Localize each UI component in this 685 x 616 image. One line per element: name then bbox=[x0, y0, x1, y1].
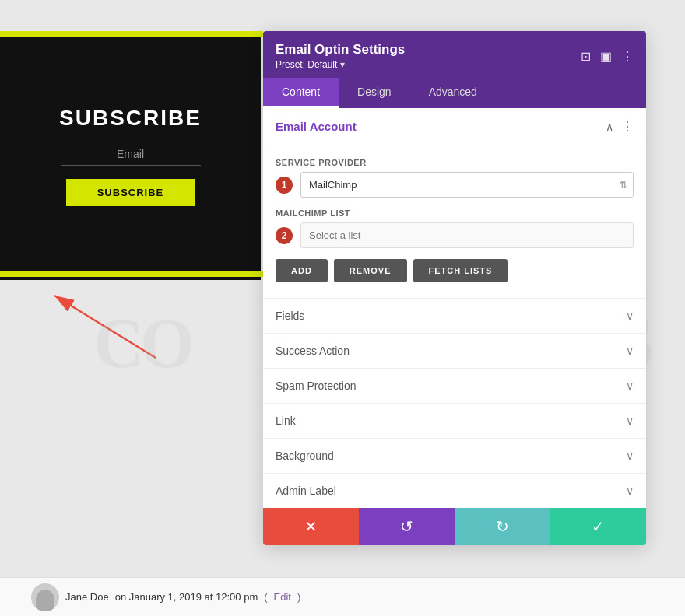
link-chevron-icon: ∨ bbox=[626, 415, 634, 427]
watermark-text: CO bbox=[93, 303, 191, 383]
columns-icon[interactable]: ▣ bbox=[600, 49, 612, 64]
tabs-bar: Content Design Advanced bbox=[263, 78, 646, 108]
more-icon[interactable]: ⋮ bbox=[621, 49, 634, 64]
spam-protection-chevron-icon: ∨ bbox=[626, 380, 634, 392]
panel-header-top: Email Optin Settings Preset: Default ▾ ⊡… bbox=[276, 42, 634, 70]
badge-2: 2 bbox=[276, 227, 293, 244]
success-action-label: Success Action bbox=[276, 345, 350, 357]
avatar bbox=[31, 583, 59, 611]
admin-label-section[interactable]: Admin Label ∨ bbox=[263, 473, 646, 508]
undo-icon: ↺ bbox=[400, 517, 413, 536]
footer-edit-link[interactable]: ( bbox=[264, 591, 267, 603]
link-section[interactable]: Link ∨ bbox=[263, 403, 646, 438]
mailchimp-list-row: 2 bbox=[276, 222, 634, 248]
subscribe-title: SUBSCRIBE bbox=[59, 106, 202, 131]
footer-author: Jane Doe bbox=[65, 591, 109, 603]
confirm-button[interactable]: ✓ bbox=[550, 508, 646, 545]
email-placeholder: Email bbox=[61, 143, 201, 166]
redo-icon: ↻ bbox=[496, 517, 509, 536]
link-label: Link bbox=[276, 415, 296, 427]
service-provider-select[interactable]: MailChimp Constant Contact AWeber bbox=[300, 172, 634, 198]
panel-header-icons: ⊡ ▣ ⋮ bbox=[581, 49, 634, 64]
service-provider-select-wrapper: MailChimp Constant Contact AWeber bbox=[300, 172, 634, 198]
email-account-content: Service Provider 1 MailChimp Constant Co… bbox=[263, 145, 646, 298]
panel-title: Email Optin Settings bbox=[276, 42, 405, 58]
footer-bar: Jane Doe on January 1, 2019 at 12:00 pm … bbox=[0, 577, 685, 616]
mailchimp-list-label: MailChimp List bbox=[276, 208, 634, 218]
subscribe-button[interactable]: SUBSCRIBE bbox=[66, 179, 195, 206]
badge-1: 1 bbox=[276, 177, 293, 194]
email-account-section-header: Email Account ∧ ⋮ bbox=[263, 108, 646, 145]
add-button[interactable]: ADD bbox=[276, 259, 328, 282]
background-section[interactable]: Background ∨ bbox=[263, 438, 646, 473]
confirm-icon: ✓ bbox=[592, 517, 605, 536]
panel-header: Email Optin Settings Preset: Default ▾ ⊡… bbox=[263, 31, 646, 78]
subscribe-section: SUBSCRIBE Email SUBSCRIBE bbox=[0, 31, 261, 280]
background-chevron-icon: ∨ bbox=[626, 450, 634, 462]
undo-button[interactable]: ↺ bbox=[359, 508, 455, 545]
edit-link[interactable]: Edit bbox=[274, 591, 291, 603]
settings-panel: Email Optin Settings Preset: Default ▾ ⊡… bbox=[263, 31, 646, 545]
service-provider-label: Service Provider bbox=[276, 158, 634, 167]
success-action-section[interactable]: Success Action ∨ bbox=[263, 333, 646, 368]
section-controls: ∧ ⋮ bbox=[606, 119, 634, 134]
remove-button[interactable]: REMOVE bbox=[334, 259, 407, 282]
panel-title-area: Email Optin Settings Preset: Default ▾ bbox=[276, 42, 405, 70]
top-accent-bar bbox=[0, 31, 263, 37]
redo-button[interactable]: ↻ bbox=[455, 508, 550, 545]
success-action-chevron-icon: ∨ bbox=[626, 345, 634, 357]
cancel-icon: ✕ bbox=[304, 517, 318, 536]
service-provider-row: 1 MailChimp Constant Contact AWeber bbox=[276, 172, 634, 198]
email-account-title: Email Account bbox=[276, 120, 357, 133]
tab-advanced[interactable]: Advanced bbox=[410, 78, 496, 108]
fields-section[interactable]: Fields ∨ bbox=[263, 298, 646, 333]
spam-protection-label: Spam Protection bbox=[276, 380, 357, 392]
admin-label-chevron-icon: ∨ bbox=[626, 485, 634, 497]
resize-icon[interactable]: ⊡ bbox=[581, 49, 591, 64]
collapse-up-icon[interactable]: ∧ bbox=[606, 121, 613, 133]
admin-label-label: Admin Label bbox=[276, 485, 336, 497]
cancel-button[interactable]: ✕ bbox=[263, 508, 359, 545]
action-buttons: ADD REMOVE FETCH LISTS bbox=[276, 259, 634, 285]
spam-protection-section[interactable]: Spam Protection ∨ bbox=[263, 368, 646, 403]
bottom-accent-bar bbox=[0, 271, 263, 277]
background-label: Background bbox=[276, 450, 334, 462]
fields-label: Fields bbox=[276, 310, 304, 322]
fields-chevron-icon: ∨ bbox=[626, 310, 634, 322]
bottom-toolbar: ✕ ↺ ↻ ✓ bbox=[263, 508, 646, 545]
mailchimp-list-input[interactable] bbox=[300, 222, 634, 248]
panel-preset[interactable]: Preset: Default ▾ bbox=[276, 59, 405, 70]
footer-date: on January 1, 2019 at 12:00 pm bbox=[115, 591, 258, 603]
section-dots-icon[interactable]: ⋮ bbox=[621, 119, 634, 134]
fetch-lists-button[interactable]: FETCH LISTS bbox=[413, 259, 508, 282]
panel-body: Email Account ∧ ⋮ Service Provider 1 Mai… bbox=[263, 108, 646, 508]
tab-design[interactable]: Design bbox=[339, 78, 410, 108]
tab-content[interactable]: Content bbox=[263, 78, 339, 108]
